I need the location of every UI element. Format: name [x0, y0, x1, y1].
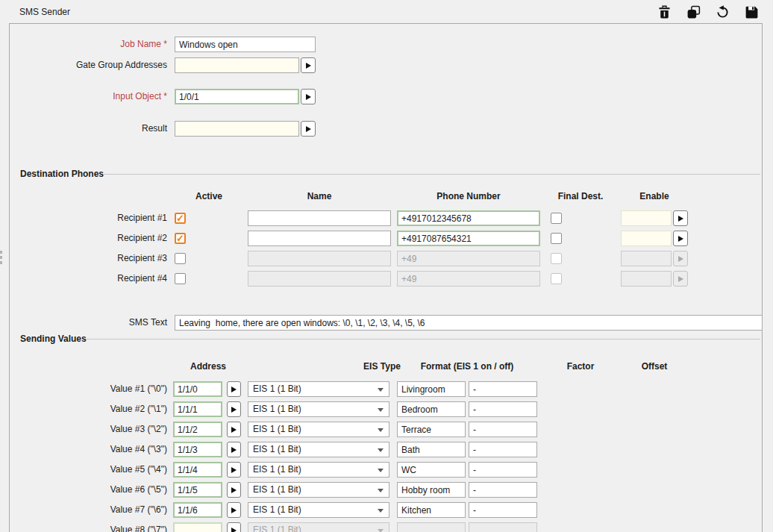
recipient-label: Recipient #1	[10, 210, 167, 226]
format-off-input[interactable]	[469, 502, 537, 518]
format-on-input[interactable]	[397, 442, 466, 457]
result-select-button[interactable]	[301, 121, 316, 137]
input-object-label: Input Object *	[10, 89, 167, 104]
phone-number-input	[397, 251, 540, 266]
format-off-input[interactable]	[469, 462, 537, 478]
address-select-button[interactable]	[227, 522, 241, 532]
value-label: Value #7 ("\6")	[10, 502, 167, 518]
delete-button[interactable]	[656, 4, 672, 20]
address-select-button[interactable]	[227, 381, 241, 397]
recipient-name-input[interactable]	[248, 210, 391, 226]
format-on-input[interactable]	[397, 502, 466, 518]
column-header-factor: Factor	[567, 361, 595, 372]
recipient-name-input[interactable]	[248, 231, 391, 246]
eis-type-dropdown[interactable]: EIS 1 (1 Bit)	[248, 482, 389, 498]
right-arrow-icon	[231, 528, 237, 532]
column-header-address: Address	[190, 361, 226, 372]
chevron-down-icon	[378, 428, 384, 432]
format-on-input[interactable]	[397, 482, 466, 498]
recipient-label: Recipient #2	[10, 231, 167, 246]
sms-text-input[interactable]	[175, 315, 763, 331]
save-button[interactable]	[743, 4, 760, 20]
eis-type-dropdown[interactable]: EIS 1 (1 Bit)	[248, 502, 389, 518]
column-header-eis-type: EIS Type	[363, 361, 401, 372]
format-off-input[interactable]	[469, 422, 537, 437]
right-arrow-icon	[306, 63, 311, 69]
right-arrow-icon	[678, 236, 683, 242]
address-select-button[interactable]	[227, 462, 241, 478]
value-address-input[interactable]	[173, 502, 222, 518]
final-dest-checkbox[interactable]	[551, 213, 562, 224]
address-select-button[interactable]	[227, 442, 241, 457]
phone-number-input	[397, 271, 540, 287]
value-label: Value #6 ("\5")	[10, 482, 167, 498]
phone-number-input[interactable]	[397, 231, 540, 246]
value-address-input[interactable]	[173, 522, 222, 532]
copy-icon	[686, 4, 701, 20]
eis-type-dropdown[interactable]: EIS 1 (1 Bit)	[248, 381, 389, 397]
format-on-input[interactable]	[397, 422, 466, 437]
input-object-select-button[interactable]	[301, 89, 316, 104]
input-object-input[interactable]	[175, 89, 299, 104]
right-arrow-icon	[231, 467, 237, 473]
column-header-active: Active	[195, 191, 222, 201]
reload-icon	[715, 4, 730, 20]
format-off-input[interactable]	[469, 381, 537, 397]
format-off-input[interactable]	[469, 401, 537, 417]
column-header-format: Format (EIS 1 on / off)	[421, 361, 514, 372]
panel-resize-grip[interactable]	[0, 251, 2, 264]
job-name-input[interactable]	[175, 37, 316, 52]
address-select-button[interactable]	[227, 422, 241, 437]
address-select-button[interactable]	[227, 482, 241, 498]
duplicate-button[interactable]	[685, 4, 701, 20]
active-checkbox[interactable]	[175, 213, 186, 224]
gate-group-addresses-select-button[interactable]	[301, 57, 316, 73]
job-name-label: Job Name *	[10, 37, 167, 52]
result-input[interactable]	[175, 121, 299, 137]
eis-type-value: EIS 1 (1 Bit)	[253, 384, 301, 394]
value-label: Value #2 ("\1")	[10, 401, 167, 417]
column-header-final-dest: Final Dest.	[558, 191, 604, 201]
format-off-input	[469, 522, 537, 532]
format-on-input[interactable]	[397, 401, 466, 417]
final-dest-checkbox[interactable]	[551, 233, 562, 244]
active-checkbox[interactable]	[175, 273, 186, 284]
enable-input[interactable]	[621, 210, 672, 226]
column-header-phone-number: Phone Number	[436, 191, 500, 201]
value-address-input[interactable]	[173, 442, 222, 457]
column-header-name: Name	[307, 191, 332, 201]
value-address-input[interactable]	[173, 462, 222, 478]
active-checkbox[interactable]	[175, 233, 186, 244]
reload-button[interactable]	[714, 4, 730, 20]
eis-type-dropdown[interactable]: EIS 1 (1 Bit)	[248, 422, 389, 437]
eis-type-value: EIS 1 (1 Bit)	[253, 525, 301, 532]
phone-number-input[interactable]	[397, 210, 540, 226]
eis-type-dropdown[interactable]: EIS 1 (1 Bit)	[248, 442, 389, 457]
format-on-input[interactable]	[397, 462, 466, 478]
recipient-name-input	[248, 251, 391, 266]
value-address-input[interactable]	[173, 381, 222, 397]
value-label: Value #3 ("\2")	[10, 422, 167, 437]
right-arrow-icon	[231, 387, 237, 392]
format-off-input[interactable]	[469, 442, 537, 457]
right-arrow-icon	[231, 447, 237, 453]
right-arrow-icon	[306, 126, 311, 132]
gate-group-addresses-input[interactable]	[175, 57, 299, 73]
right-arrow-icon	[231, 507, 237, 513]
format-on-input[interactable]	[397, 381, 466, 397]
right-arrow-icon	[678, 276, 683, 282]
enable-select-button	[673, 271, 688, 287]
enable-select-button[interactable]	[673, 231, 688, 246]
chevron-down-icon	[378, 529, 384, 532]
value-address-input[interactable]	[173, 422, 222, 437]
value-address-input[interactable]	[173, 401, 222, 417]
value-address-input[interactable]	[173, 482, 222, 498]
format-off-input[interactable]	[469, 482, 537, 498]
eis-type-dropdown[interactable]: EIS 1 (1 Bit)	[248, 401, 389, 417]
active-checkbox[interactable]	[175, 253, 186, 264]
address-select-button[interactable]	[227, 502, 241, 518]
enable-select-button[interactable]	[673, 210, 688, 226]
eis-type-dropdown[interactable]: EIS 1 (1 Bit)	[248, 462, 389, 478]
enable-input[interactable]	[621, 231, 672, 246]
address-select-button[interactable]	[227, 401, 241, 417]
